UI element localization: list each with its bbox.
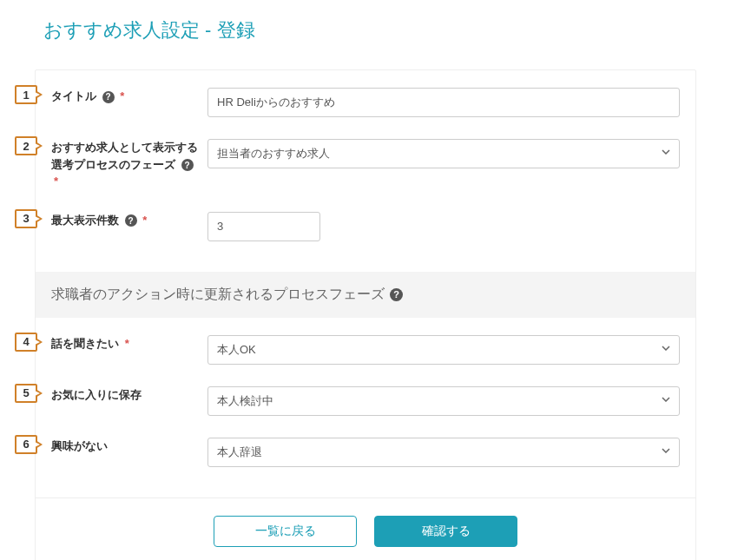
row-not-interested: 6 興味がない 本人辞退 <box>51 438 680 467</box>
badge-5: 5 <box>15 384 37 403</box>
not-interested-select[interactable]: 本人辞退 <box>207 438 680 467</box>
label-title-text: タイトル <box>51 89 96 102</box>
badge-2: 2 <box>15 136 37 155</box>
help-icon[interactable]: ? <box>125 214 137 227</box>
label-not-interested: 興味がない <box>51 438 207 455</box>
section-header-text: 求職者のアクション時に更新されるプロセスフェーズ <box>51 286 385 304</box>
label-max-count: 最大表示件数 ? * <box>51 212 207 229</box>
help-icon[interactable]: ? <box>390 288 403 301</box>
chevron-down-icon <box>662 397 670 405</box>
badge-1: 1 <box>15 85 37 104</box>
badge-4: 4 <box>15 333 37 352</box>
section-header: 求職者のアクション時に更新されるプロセスフェーズ ? <box>36 272 695 318</box>
want-to-hear-select[interactable]: 本人OK <box>207 335 680 365</box>
chevron-down-icon <box>662 149 670 158</box>
required-mark: * <box>142 214 147 227</box>
want-to-hear-value: 本人OK <box>217 342 256 358</box>
badge-3: 3 <box>15 209 37 228</box>
help-icon[interactable]: ? <box>181 159 194 171</box>
label-title: タイトル ? * <box>51 88 207 105</box>
label-favorite-text: お気に入りに保存 <box>51 388 142 401</box>
label-phase: おすすめ求人として表示する選考プロセスのフェーズ ? * <box>51 139 207 190</box>
label-phase-text: おすすめ求人として表示する選考プロセスのフェーズ <box>51 141 198 171</box>
row-max-count: 3 最大表示件数 ? * <box>51 212 680 241</box>
page-title: おすすめ求人設定 - 登録 <box>35 17 696 43</box>
phase-select[interactable]: 担当者のおすすめ求人 <box>207 139 680 168</box>
row-title: 1 タイトル ? * <box>51 88 680 117</box>
label-want-to-hear-text: 話を聞きたい <box>51 337 119 350</box>
required-mark: * <box>120 89 124 102</box>
chevron-down-icon <box>662 346 670 354</box>
help-icon[interactable]: ? <box>102 91 115 103</box>
confirm-button[interactable]: 確認する <box>374 516 517 547</box>
label-not-interested-text: 興味がない <box>51 439 108 452</box>
max-count-input[interactable] <box>207 212 320 241</box>
label-favorite: お気に入りに保存 <box>51 386 207 404</box>
title-input[interactable] <box>207 88 680 117</box>
favorite-select[interactable]: 本人検討中 <box>207 386 680 416</box>
row-want-to-hear: 4 話を聞きたい * 本人OK <box>51 335 680 365</box>
label-want-to-hear: 話を聞きたい * <box>51 335 207 352</box>
footer: 一覧に戻る 確認する <box>36 497 695 561</box>
phase-select-value: 担当者のおすすめ求人 <box>217 146 330 161</box>
chevron-down-icon <box>662 448 670 457</box>
required-mark: * <box>54 175 58 188</box>
back-button[interactable]: 一覧に戻る <box>214 516 357 547</box>
badge-6: 6 <box>15 435 37 454</box>
row-phase: 2 おすすめ求人として表示する選考プロセスのフェーズ ? * 担当者のおすすめ求… <box>51 139 680 190</box>
label-max-count-text: 最大表示件数 <box>51 214 119 227</box>
not-interested-value: 本人辞退 <box>217 445 262 460</box>
form-card: 1 タイトル ? * 2 おすすめ求人として表示する選考プロセスのフェーズ ? … <box>35 69 696 560</box>
favorite-value: 本人検討中 <box>217 393 273 409</box>
required-mark: * <box>125 337 129 350</box>
row-favorite: 5 お気に入りに保存 本人検討中 <box>51 386 680 416</box>
